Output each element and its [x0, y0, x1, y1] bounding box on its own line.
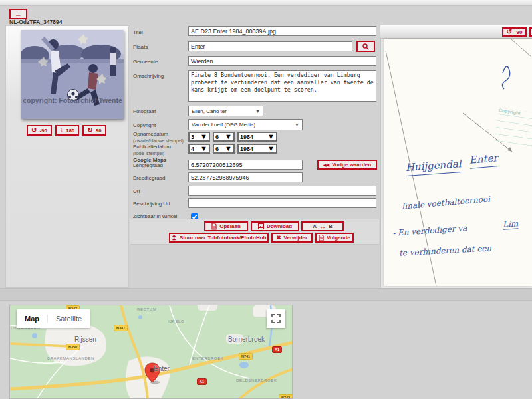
rotate-90-button[interactable]: ↻ 90 — [82, 125, 106, 136]
publicatiedatum-day-value: 4 — [191, 146, 194, 152]
lengtegraad-label: Lengtegraad — [133, 162, 163, 169]
stuur-naar-photohub-button[interactable]: ↥ Stuur naar Tubfotobank/PhotoHub — [169, 233, 269, 243]
chevron-down-icon: ▼ — [200, 133, 207, 140]
chevron-down-icon: ▼ — [267, 145, 275, 152]
back-button[interactable]: ← — [9, 9, 27, 19]
road-badge-n741: N741 — [239, 353, 253, 360]
lengtegraad-input[interactable] — [188, 160, 303, 170]
opnamedatum-label-main: Opnamedatum — [133, 131, 168, 137]
verwijder-button[interactable]: ✖ Verwijder — [271, 233, 313, 243]
google-map[interactable]: RECTUM IJPELO LIGTENBERG Rijssen Bornerb… — [9, 305, 293, 399]
fotograaf-select[interactable]: Ellen, Carlo ter ▼ — [188, 106, 263, 116]
vorige-waarden-label: Vorige waarden — [332, 162, 371, 168]
fullscreen-icon — [271, 314, 281, 323]
opnamedatum-label: Opnamedatum (zwarte/blauwe stempel) — [133, 131, 190, 144]
map-type-control: Map Satellite — [17, 309, 90, 328]
rotate-minus90-button[interactable]: ↺ -90 — [27, 125, 52, 136]
satellite-tab[interactable]: Satellite — [47, 315, 90, 323]
plaats-search-button[interactable] — [356, 41, 375, 52]
opnamedatum-month-select[interactable]: 6▼ — [213, 132, 235, 142]
photo-thumbnail[interactable]: copyright: Fotoarchief Twente — [21, 30, 124, 119]
stuur-label: Stuur naar Tubfotobank/PhotoHub — [180, 235, 267, 241]
top-strip — [0, 0, 532, 6]
map-label-ijpelo: IJPELO — [168, 319, 184, 323]
back-icon: ← — [15, 10, 22, 18]
map-town-enter: Enter — [154, 365, 170, 372]
opnamedatum-day-value: 3 — [191, 134, 194, 140]
photo-image: copyright: Fotoarchief Twente — [21, 30, 124, 119]
handwriting-line-3b: Lim — [503, 219, 519, 230]
fullscreen-button[interactable] — [267, 309, 285, 328]
publicatiedatum-day-select[interactable]: 4▼ — [188, 144, 210, 154]
breedtegraad-input[interactable] — [188, 172, 303, 182]
photo-archive-editor: ← NL-OdzTFA_347894 — [0, 0, 532, 399]
publicatiedatum-label-main: Publicatiedatum — [133, 144, 171, 150]
rotate-ccw-icon: ↺ — [31, 127, 37, 134]
opnamedatum-year-select[interactable]: 1984▼ — [237, 132, 277, 142]
swap-icon: ↔ — [319, 223, 326, 230]
rotate-90-label: 90 — [96, 128, 102, 134]
volgende-button[interactable]: Volgende — [315, 233, 354, 243]
map-tab[interactable]: Map — [17, 315, 47, 323]
photo-rotate-toolbar: ↺ -90 ↓ 180 ↻ 90 — [27, 125, 106, 136]
chevron-down-icon: ▼ — [255, 109, 260, 114]
road-badge-a1-east: A1 — [272, 346, 282, 353]
opnamedatum-day-select[interactable]: 3▼ — [188, 132, 210, 142]
rotate-180-button[interactable]: ↓ 180 — [55, 125, 79, 136]
rotate-minus90-label: -90 — [39, 128, 47, 134]
publicatiedatum-month-value: 6 — [215, 146, 219, 152]
publicatiedatum-label-sub: (rode_stempel) — [133, 151, 164, 156]
fotograaf-label: Fotograaf — [133, 108, 156, 115]
lower-band — [0, 289, 532, 301]
vorige-waarden-button[interactable]: ◀◀ Vorige waarden — [317, 160, 377, 170]
opnamedatum-year-value: 1984 — [240, 134, 253, 140]
map-town-rijssen: Rijssen — [74, 336, 96, 343]
fotograaf-value: Ellen, Carlo ter — [192, 108, 227, 114]
download-label: Download — [267, 223, 292, 229]
url-label: Url — [133, 188, 140, 195]
copyright-stamp: Copyright — [493, 108, 532, 152]
upload-icon: ↥ — [172, 235, 177, 241]
chevron-down-icon: ▼ — [225, 145, 232, 152]
publicatiedatum-month-select[interactable]: 6▼ — [213, 144, 235, 154]
rotate-cw-icon: ↻ — [87, 127, 92, 134]
download-button[interactable]: Download — [251, 221, 299, 231]
gemeente-input[interactable] — [188, 56, 376, 66]
gemeente-label: Gemeente — [133, 59, 158, 65]
map-label-enterbroek: ENTERBROEK — [192, 356, 223, 360]
chevron-down-icon: ▼ — [200, 145, 207, 152]
ab-compare-button[interactable]: A ↔ B — [301, 221, 344, 231]
opnamedatum-month-value: 6 — [215, 134, 219, 140]
rotate-180-icon: ↓ — [60, 127, 63, 134]
opslaan-button[interactable]: Opslaan — [204, 221, 248, 231]
beschrijving-url-input[interactable] — [188, 198, 376, 208]
titel-label: Titel — [133, 29, 143, 36]
scan-rotate-minus90-button[interactable]: ↺ -90 — [502, 27, 527, 37]
scan-rotate-label: -90 — [515, 29, 523, 35]
record-id: NL-OdzTFA_347894 — [9, 19, 62, 25]
ab-b-label: B — [329, 223, 332, 229]
publicatiedatum-year-select[interactable]: 1984▼ — [237, 144, 277, 154]
road-badge-n743: N743 — [279, 394, 293, 399]
map-label-deldenerbroek: DELDENERBROEK — [236, 378, 277, 382]
plaats-input[interactable] — [188, 41, 352, 51]
rotate-180-label: 180 — [66, 128, 74, 134]
scan-rotate-cropped-button[interactable] — [529, 27, 532, 37]
copyright-select[interactable]: Van der Loeff (DPG Media) ▼ — [188, 119, 303, 130]
url-input[interactable] — [188, 186, 376, 196]
opnamedatum-label-sub: (zwarte/blauwe stempel) — [133, 138, 184, 143]
copyright-label: Copyright — [133, 122, 156, 129]
photo-watermark: copyright: Fotoarchief Twente — [23, 96, 122, 104]
omschrijving-textarea[interactable]: Finale 8 Bondentoernooi. Een verdediger … — [188, 70, 376, 102]
omschrijving-label: Omschrijving — [133, 73, 164, 80]
publicatiedatum-label: Publicatiedatum (rode_stempel) — [133, 144, 190, 157]
verwijder-label: Verwijder — [284, 235, 308, 241]
next-doc-icon — [319, 235, 324, 241]
previous-icon: ◀◀ — [323, 163, 329, 167]
volgende-label: Volgende — [327, 235, 350, 241]
delete-icon: ✖ — [277, 235, 281, 241]
road-badge-n347: N347 — [114, 325, 128, 331]
map-town-bornerbroek: Bornerbroek — [228, 336, 265, 343]
titel-input[interactable] — [188, 26, 376, 36]
scan-image[interactable]: Copyright Huijgendal Enter finale voetba… — [384, 39, 532, 286]
